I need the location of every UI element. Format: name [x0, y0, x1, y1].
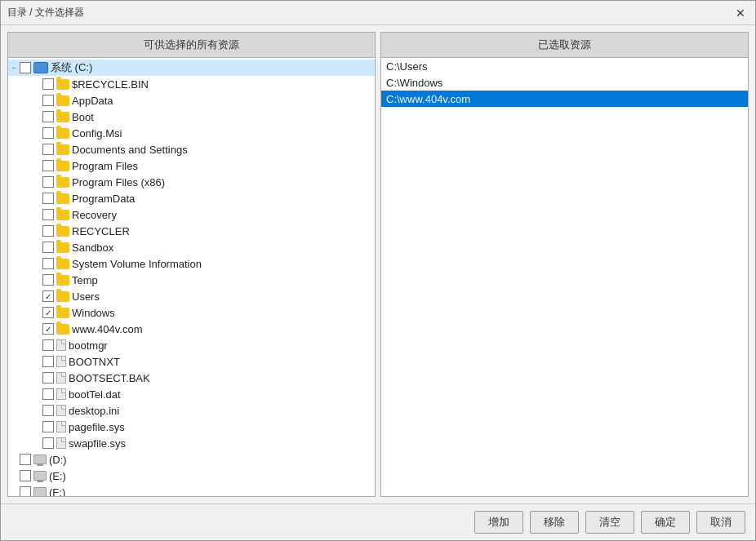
confirm-button[interactable]: 确定 — [641, 511, 690, 534]
expander[interactable] — [31, 223, 42, 239]
expander[interactable] — [31, 76, 42, 92]
checkbox[interactable] — [42, 209, 54, 220]
tree-item[interactable]: BOOTSECT.BAK — [8, 370, 375, 386]
checkbox[interactable] — [20, 486, 31, 496]
right-panel-header: 已选取资源 — [381, 33, 748, 58]
checkbox[interactable] — [42, 95, 54, 106]
selected-list[interactable]: C:\UsersC:\WindowsC:\www.404v.com — [381, 58, 748, 496]
expander[interactable] — [31, 92, 42, 109]
checkbox[interactable] — [42, 160, 54, 171]
checkbox[interactable] — [42, 176, 54, 188]
drive-tree-item[interactable]: (D:) — [8, 451, 375, 468]
folder-icon — [56, 161, 69, 171]
tree-item[interactable]: RECYCLER — [8, 223, 375, 239]
expander[interactable] — [31, 402, 42, 419]
tree-item[interactable]: bootmgr — [8, 337, 375, 353]
checkbox[interactable] — [20, 470, 31, 481]
selected-item[interactable]: C:\Users — [381, 58, 748, 74]
tree-item[interactable]: ProgramData — [8, 190, 375, 206]
selected-item[interactable]: C:\www.404v.com — [381, 91, 748, 107]
tree-item[interactable]: Boot — [8, 109, 375, 125]
tree-item[interactable]: BOOTNXT — [8, 353, 375, 370]
tree-item[interactable]: Recovery — [8, 206, 375, 223]
checkbox[interactable] — [42, 78, 54, 90]
expander[interactable] — [31, 419, 42, 435]
expander[interactable] — [31, 370, 42, 386]
tree-item[interactable]: $RECYCLE.BIN — [8, 76, 375, 92]
checkbox[interactable] — [42, 258, 54, 269]
checkbox[interactable] — [42, 144, 54, 155]
folder-icon — [56, 275, 69, 286]
item-label: www.404v.com — [72, 323, 142, 335]
checkbox[interactable] — [42, 242, 54, 253]
tree-item[interactable]: Documents and Settings — [8, 141, 375, 157]
tree-item[interactable]: pagefile.sys — [8, 419, 375, 435]
expander[interactable] — [31, 141, 42, 157]
expander[interactable] — [31, 206, 42, 223]
checkbox[interactable]: ✓ — [42, 290, 54, 302]
drive-tree-item[interactable]: (F:) — [8, 484, 375, 496]
checkbox[interactable] — [42, 339, 54, 351]
checkbox[interactable] — [42, 388, 54, 400]
tree-item[interactable]: Program Files (x86) — [8, 174, 375, 190]
expander[interactable] — [31, 435, 42, 451]
expander[interactable] — [31, 109, 42, 125]
clear-button[interactable]: 清空 — [585, 511, 634, 534]
drive-icon — [33, 487, 47, 496]
tree-item[interactable]: Sandbox — [8, 239, 375, 255]
tree-item[interactable]: bootTel.dat — [8, 386, 375, 402]
expander[interactable] — [31, 321, 42, 337]
checkbox[interactable] — [42, 274, 54, 286]
drive-tree-item[interactable]: (E:) — [8, 468, 375, 484]
expander[interactable] — [31, 386, 42, 402]
expander[interactable] — [31, 337, 42, 353]
expander[interactable] — [31, 353, 42, 370]
remove-button[interactable]: 移除 — [530, 511, 579, 534]
tree-item[interactable]: ✓Windows — [8, 304, 375, 321]
tree-item[interactable]: swapfile.sys — [8, 435, 375, 451]
checkbox[interactable] — [42, 193, 54, 204]
checkbox[interactable] — [42, 127, 54, 139]
cancel-button[interactable]: 取消 — [696, 511, 745, 534]
checkbox[interactable] — [42, 356, 54, 367]
tree-item[interactable]: Program Files — [8, 157, 375, 174]
tree-item[interactable]: System Volume Information — [8, 255, 375, 272]
tree-item[interactable]: ✓Users — [8, 288, 375, 304]
checkbox[interactable]: ✓ — [42, 307, 54, 318]
expander[interactable] — [31, 255, 42, 272]
expander[interactable]: − — [8, 60, 20, 76]
checkbox[interactable] — [42, 372, 54, 384]
tree-item[interactable]: Temp — [8, 272, 375, 288]
checkbox[interactable] — [42, 111, 54, 122]
folder-icon — [56, 177, 69, 188]
item-label: bootTel.dat — [69, 388, 121, 401]
add-button[interactable]: 增加 — [474, 511, 523, 534]
expander[interactable] — [8, 484, 20, 496]
checkbox[interactable] — [20, 454, 31, 465]
selected-item[interactable]: C:\Windows — [381, 74, 748, 91]
close-button[interactable]: ✕ — [732, 5, 749, 21]
expander[interactable] — [31, 239, 42, 255]
expander[interactable] — [8, 451, 20, 468]
tree-item[interactable]: ✓www.404v.com — [8, 321, 375, 337]
expander[interactable] — [31, 190, 42, 206]
left-panel: 可供选择的所有资源 −系统 (C:)$RECYCLE.BINAppDataBoo… — [7, 32, 376, 497]
checkbox[interactable] — [42, 421, 54, 432]
tree-root-item[interactable]: −系统 (C:) — [8, 60, 375, 76]
checkbox[interactable]: ✓ — [42, 323, 54, 335]
expander[interactable] — [31, 125, 42, 141]
checkbox[interactable] — [20, 62, 31, 73]
expander[interactable] — [31, 304, 42, 321]
tree-item[interactable]: AppData — [8, 92, 375, 109]
tree-item[interactable]: desktop.ini — [8, 402, 375, 419]
checkbox[interactable] — [42, 225, 54, 237]
tree-item[interactable]: Config.Msi — [8, 125, 375, 141]
expander[interactable] — [31, 272, 42, 288]
checkbox[interactable] — [42, 437, 54, 449]
checkbox[interactable] — [42, 405, 54, 416]
expander[interactable] — [8, 468, 20, 484]
expander[interactable] — [31, 288, 42, 304]
expander[interactable] — [31, 157, 42, 174]
left-panel-body[interactable]: −系统 (C:)$RECYCLE.BINAppDataBootConfig.Ms… — [8, 58, 375, 496]
expander[interactable] — [31, 174, 42, 190]
